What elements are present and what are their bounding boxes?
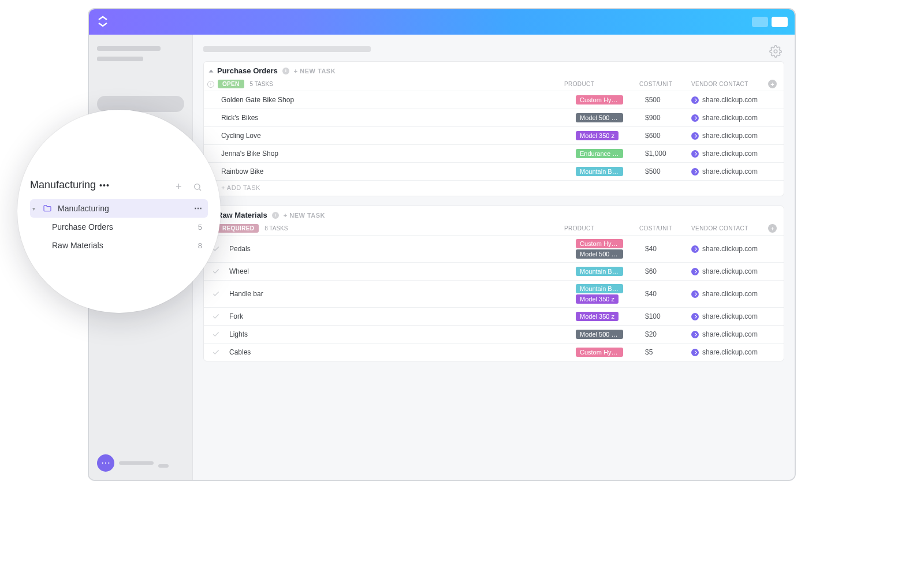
- check-icon[interactable]: [212, 330, 220, 338]
- page-header-placeholder: [203, 46, 371, 52]
- folder-icon: [43, 204, 52, 213]
- new-task-button[interactable]: + NEW TASK: [294, 68, 336, 74]
- column-header-product[interactable]: PRODUCT: [564, 81, 634, 87]
- list-panel: Raw Materials i + NEW TASK+ REQUIRED 8 T…: [203, 206, 784, 361]
- task-row[interactable]: Jenna's Bike Shop Endurance C3 $1,000 sh…: [204, 144, 784, 162]
- add-icon[interactable]: +: [176, 182, 185, 192]
- task-row[interactable]: Wheel Mountain Bike $60 share.clickup.co…: [204, 262, 784, 280]
- product-cell: Model 350 z: [576, 312, 645, 321]
- link-icon: [691, 268, 699, 275]
- sidebar-placeholder: [119, 461, 154, 465]
- search-icon[interactable]: [193, 182, 202, 192]
- chat-button[interactable]: ⋯: [97, 454, 114, 472]
- link-icon: [691, 96, 699, 104]
- product-chip[interactable]: Model 500 Lite: [576, 113, 623, 122]
- vendor-cell[interactable]: share.clickup.com: [691, 267, 778, 275]
- product-chip[interactable]: Mountain Bike: [576, 167, 623, 176]
- product-chip[interactable]: Mountain Bike: [576, 267, 623, 276]
- ellipsis-icon[interactable]: •••: [99, 181, 110, 190]
- window-maximize-button[interactable]: [772, 17, 788, 27]
- column-header-product[interactable]: PRODUCT: [564, 225, 634, 232]
- task-row[interactable]: Rainbow Bike Mountain Bike $500 share.cl…: [204, 162, 784, 180]
- column-header-vendor[interactable]: VENDOR CONTACT: [691, 81, 778, 87]
- task-row[interactable]: Rick's Bikes Model 500 Lite $900 share.c…: [204, 109, 784, 126]
- cost-cell: $5: [645, 348, 691, 356]
- status-badge[interactable]: REQUIRED: [218, 224, 259, 233]
- product-chip[interactable]: Model 350 z: [576, 131, 619, 140]
- new-task-button[interactable]: + NEW TASK: [284, 212, 325, 219]
- task-name: Wheel: [229, 267, 576, 275]
- product-chip[interactable]: Custom Hybri...: [576, 348, 623, 357]
- product-chip[interactable]: Model 350 z: [576, 312, 619, 321]
- check-icon[interactable]: [212, 290, 220, 298]
- chevron-down-icon[interactable]: ▾: [32, 206, 37, 212]
- settings-gear-icon[interactable]: [769, 45, 782, 58]
- link-icon: [691, 150, 699, 158]
- add-task-button[interactable]: + ADD TASK: [204, 180, 784, 196]
- product-cell: Custom Hybri...: [576, 95, 645, 105]
- column-header-cost[interactable]: COST/UNIT: [639, 225, 685, 232]
- cost-cell: $40: [645, 245, 691, 253]
- sidebar-list-item[interactable]: Raw Materials8: [30, 236, 208, 255]
- vendor-cell[interactable]: share.clickup.com: [691, 96, 778, 104]
- check-icon[interactable]: [212, 312, 220, 320]
- column-header-cost[interactable]: COST/UNIT: [639, 81, 685, 87]
- vendor-cell[interactable]: share.clickup.com: [691, 150, 778, 158]
- column-header-vendor[interactable]: VENDOR CONTACT: [691, 225, 778, 232]
- window-minimize-button[interactable]: [752, 17, 768, 27]
- sidebar-placeholder: [97, 46, 161, 51]
- product-cell: Model 500 Lite: [576, 113, 645, 122]
- cost-cell: $900: [645, 114, 691, 122]
- task-name: Golden Gate Bike Shop: [221, 96, 576, 104]
- collapse-caret-icon[interactable]: [209, 69, 214, 72]
- check-icon[interactable]: [212, 267, 220, 275]
- vendor-cell[interactable]: share.clickup.com: [691, 348, 778, 356]
- vendor-cell[interactable]: share.clickup.com: [691, 290, 778, 298]
- vendor-cell[interactable]: share.clickup.com: [691, 132, 778, 140]
- vendor-cell[interactable]: share.clickup.com: [691, 312, 778, 320]
- task-row[interactable]: Lights Model 500 Lite $20 share.clickup.…: [204, 325, 784, 343]
- product-cell: Model 500 Lite: [576, 330, 645, 339]
- main-content: Purchase Orders i + NEW TASK+ OPEN 5 TAS…: [193, 35, 795, 480]
- section-title: Raw Materials: [217, 211, 267, 219]
- sidebar-folder-item[interactable]: ▾Manufacturing⋯: [30, 199, 208, 218]
- section-title: Purchase Orders: [217, 66, 278, 75]
- product-chip[interactable]: Endurance C3: [576, 149, 623, 158]
- item-label: Raw Materials: [52, 241, 192, 250]
- vendor-cell[interactable]: share.clickup.com: [691, 245, 778, 253]
- cost-cell: $60: [645, 267, 691, 275]
- add-column-icon[interactable]: +: [768, 224, 777, 233]
- vendor-cell[interactable]: share.clickup.com: [691, 167, 778, 176]
- task-row[interactable]: Handle bar Mountain BikeModel 350 z $40 …: [204, 280, 784, 307]
- link-icon: [691, 245, 699, 253]
- check-icon[interactable]: [212, 348, 220, 356]
- cost-cell: $600: [645, 132, 691, 140]
- task-name: Fork: [229, 312, 576, 320]
- link-icon: [691, 132, 699, 140]
- vendor-cell[interactable]: share.clickup.com: [691, 330, 778, 338]
- status-badge[interactable]: OPEN: [218, 80, 244, 88]
- product-chip[interactable]: Custom Hybri...: [576, 239, 623, 248]
- task-row[interactable]: Pedals Custom Hybri...Model 500 Lite $40…: [204, 235, 784, 262]
- sidebar-list-item[interactable]: Purchase Orders5: [30, 218, 208, 236]
- task-row[interactable]: Golden Gate Bike Shop Custom Hybri... $5…: [204, 91, 784, 109]
- ellipsis-icon[interactable]: ⋯: [194, 204, 202, 213]
- product-cell: Mountain BikeModel 350 z: [576, 284, 645, 304]
- product-chip[interactable]: Mountain Bike: [576, 284, 623, 293]
- task-row[interactable]: Cycling Love Model 350 z $600 share.clic…: [204, 126, 784, 144]
- svg-line-2: [199, 189, 201, 191]
- cost-cell: $20: [645, 330, 691, 338]
- product-chip[interactable]: Model 500 Lite: [576, 249, 623, 259]
- task-row[interactable]: Cables Custom Hybri... $5 share.clickup.…: [204, 343, 784, 361]
- product-chip[interactable]: Custom Hybri...: [576, 95, 623, 105]
- add-status-icon[interactable]: +: [207, 81, 214, 88]
- link-icon: [691, 290, 699, 298]
- product-chip[interactable]: Model 350 z: [576, 294, 619, 304]
- task-row[interactable]: Fork Model 350 z $100 share.clickup.com: [204, 307, 784, 325]
- link-icon: [691, 349, 699, 356]
- info-icon[interactable]: i: [282, 68, 289, 74]
- vendor-cell[interactable]: share.clickup.com: [691, 114, 778, 122]
- add-column-icon[interactable]: +: [768, 80, 777, 88]
- product-chip[interactable]: Model 500 Lite: [576, 330, 623, 339]
- info-icon[interactable]: i: [272, 212, 279, 219]
